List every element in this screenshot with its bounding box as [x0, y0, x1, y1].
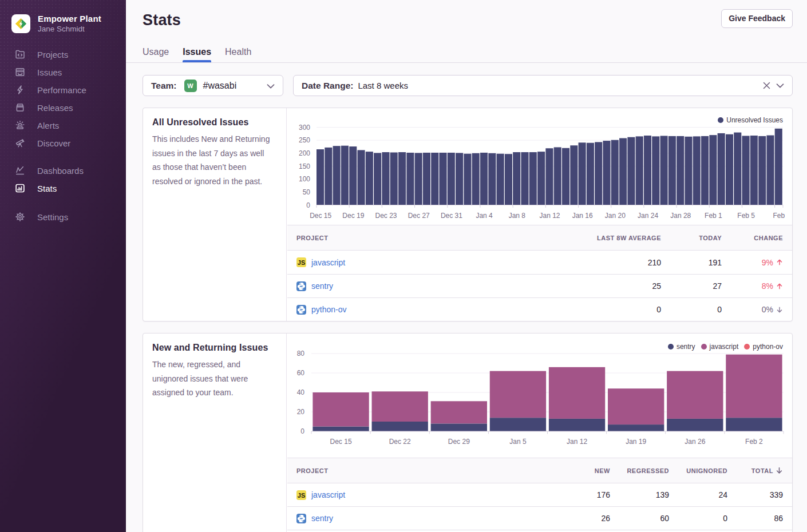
- svg-text:Feb: Feb: [773, 212, 785, 220]
- svg-text:Dec 27: Dec 27: [408, 212, 430, 220]
- svg-text:50: 50: [303, 188, 311, 196]
- svg-text:Jan 4: Jan 4: [476, 212, 493, 220]
- svg-text:0: 0: [300, 427, 304, 435]
- svg-text:Feb 2: Feb 2: [745, 438, 763, 446]
- svg-text:Jan 28: Jan 28: [670, 212, 691, 220]
- svg-text:JS: JS: [298, 491, 305, 498]
- svg-text:Jan 20: Jan 20: [605, 212, 626, 220]
- svg-text:0: 0: [306, 201, 310, 209]
- svg-text:Jan 8: Jan 8: [509, 212, 526, 220]
- svg-text:Dec 22: Dec 22: [389, 438, 411, 446]
- svg-text:Jan 16: Jan 16: [572, 212, 593, 220]
- svg-text:Jan 12: Jan 12: [539, 212, 560, 220]
- svg-text:Dec 15: Dec 15: [310, 212, 331, 220]
- svg-text:60: 60: [297, 369, 305, 377]
- svg-text:Dec 23: Dec 23: [375, 212, 397, 220]
- svg-text:200: 200: [299, 149, 310, 157]
- svg-text:150: 150: [299, 162, 310, 170]
- svg-text:100: 100: [299, 175, 310, 183]
- svg-text:Dec 19: Dec 19: [342, 212, 364, 220]
- svg-text:Jan 24: Jan 24: [638, 212, 658, 220]
- svg-text:Dec 15: Dec 15: [330, 438, 352, 446]
- svg-text:Feb 5: Feb 5: [737, 212, 755, 220]
- svg-text:Jan 12: Jan 12: [567, 438, 587, 446]
- svg-text:80: 80: [297, 350, 305, 358]
- svg-text:20: 20: [297, 408, 305, 416]
- svg-text:Dec 29: Dec 29: [448, 438, 470, 446]
- svg-text:Jan 19: Jan 19: [626, 438, 646, 446]
- svg-text:250: 250: [299, 136, 310, 144]
- svg-text:Jan 26: Jan 26: [685, 438, 705, 446]
- svg-text:Jan 5: Jan 5: [509, 438, 527, 446]
- svg-text:300: 300: [299, 124, 310, 132]
- svg-text:JS: JS: [298, 259, 305, 266]
- svg-text:40: 40: [297, 388, 305, 396]
- svg-text:Feb 1: Feb 1: [705, 212, 722, 220]
- svg-text:Dec 31: Dec 31: [441, 212, 462, 220]
